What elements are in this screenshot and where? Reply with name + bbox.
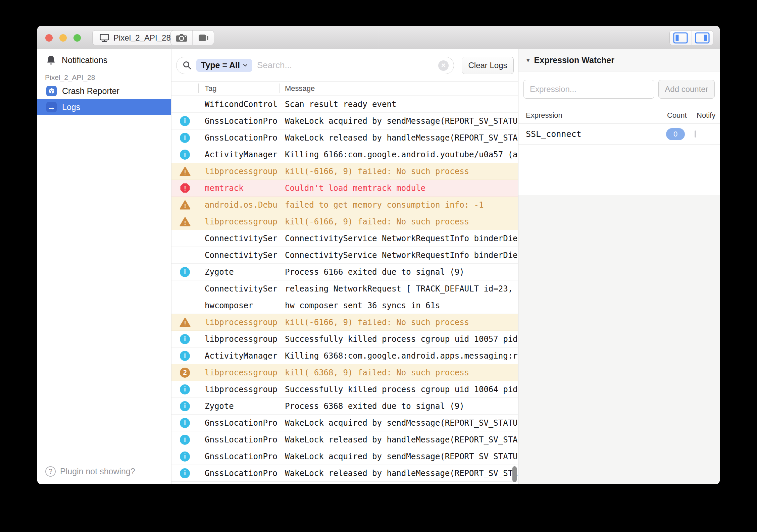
log-row[interactable]: i ! ! GnssLocationPro WakeLock acquired … [171, 113, 518, 129]
bell-icon [46, 55, 56, 65]
log-row[interactable]: i ! ! libprocessgroup Successfully kille… [171, 331, 518, 348]
log-row[interactable]: ! ! WificondControl Scan result ready ev… [171, 96, 518, 113]
info-icon: i [180, 451, 190, 462]
log-row[interactable]: i ! ! GnssLocationPro WakeLock acquired … [171, 415, 518, 431]
sidebar-item-notifications[interactable]: Notifications [37, 52, 171, 68]
screenshot-button[interactable] [171, 31, 192, 45]
sidebar-item-crash-reporter[interactable]: Crash Reporter [37, 83, 171, 99]
sidebar-item-logs[interactable]: → Logs [37, 99, 171, 115]
toggle-left-sidebar-button[interactable] [670, 31, 692, 45]
watcher-empty-area [518, 145, 720, 195]
log-row[interactable]: i ! ! GnssLocationPro WakeLock released … [171, 431, 518, 448]
sidebar-item-label: Crash Reporter [62, 86, 119, 96]
column-header-tag[interactable]: Tag [198, 84, 280, 93]
log-message: Process 6166 exited due to signal (9) [280, 267, 518, 277]
info-icon: i [180, 351, 190, 361]
warning-icon: ! [180, 200, 191, 210]
log-tag: memtrack [198, 183, 280, 193]
filter-chip-label: Type = All [201, 60, 240, 70]
search-input[interactable] [257, 60, 435, 70]
close-window-button[interactable] [45, 34, 53, 42]
capture-button-group [170, 30, 214, 45]
question-icon: ? [45, 466, 56, 477]
logs-toolbar: Type = All × Clear Logs [171, 49, 518, 82]
clear-logs-button[interactable]: Clear Logs [462, 57, 514, 74]
search-icon [183, 61, 192, 70]
log-row[interactable]: ! ! libprocessgroup kill(-6166, 9) faile… [171, 314, 518, 331]
log-row[interactable]: ! ! hwcomposer hw_composer sent 36 syncs… [171, 297, 518, 314]
log-message: Killing 6166:com.google.android.youtube/… [280, 150, 518, 159]
zoom-window-button[interactable] [73, 34, 81, 42]
log-message: Couldn't load memtrack module [280, 183, 518, 193]
filter-chip-type[interactable]: Type = All [196, 59, 252, 72]
log-table-body: ! ! WificondControl Scan result ready ev… [171, 96, 518, 484]
log-row[interactable]: i ! ! GnssLocationPro WakeLock released … [171, 129, 518, 146]
log-tag: ConnectivitySer [198, 284, 280, 294]
toggle-right-sidebar-button[interactable] [692, 31, 713, 45]
sidebar-item-label: Logs [62, 102, 80, 112]
log-tag: WificondControl [198, 100, 280, 109]
log-row[interactable]: ! ! ConnectivitySer ConnectivityService … [171, 230, 518, 247]
log-message: WakeLock acquired by sendMessage(REPORT_… [280, 116, 518, 126]
log-tag: GnssLocationPro [198, 418, 280, 428]
log-message: WakeLock released by handleMessage(REPOR… [280, 435, 518, 444]
log-message: WakeLock released by handleMessage(REPOR… [280, 469, 518, 478]
notify-checkbox[interactable] [695, 130, 696, 138]
log-row[interactable]: i ! ! Zygote Process 6368 exited due to … [171, 398, 518, 415]
log-row[interactable]: i ! ! Zygote Process 6166 exited due to … [171, 264, 518, 280]
log-tag: libprocessgroup [198, 217, 280, 226]
clear-search-icon[interactable]: × [438, 60, 449, 71]
log-tag: libprocessgroup [198, 167, 280, 176]
record-video-button[interactable] [192, 31, 214, 45]
log-message: ConnectivityService NetworkRequestInfo b… [280, 234, 518, 243]
repeat-count-badge: 2 [180, 368, 190, 378]
log-message: kill(-6166, 9) failed: No such process [280, 318, 518, 327]
log-tag: ActivityManager [198, 351, 280, 361]
log-row[interactable]: ! ! ConnectivitySer releasing NetworkReq… [171, 280, 518, 297]
log-message: Successfully killed process cgroup uid 1… [280, 385, 518, 394]
column-header-expression: Expression [518, 111, 662, 120]
expression-input[interactable] [523, 80, 654, 99]
log-table-header: Tag Message [171, 82, 518, 96]
vertical-scrollbar[interactable] [512, 466, 517, 482]
column-header-message[interactable]: Message [280, 84, 518, 93]
log-tag: libprocessgroup [198, 318, 280, 327]
device-selector-button[interactable]: Pixel_2_API_28 [92, 30, 178, 45]
minimize-window-button[interactable] [59, 34, 67, 42]
plugin-help-link[interactable]: ? Plugin not showing? [45, 466, 135, 477]
log-row[interactable]: ! ! memtrack Couldn't load memtrack modu… [171, 180, 518, 197]
expression-watcher-header[interactable]: ▾ Expression Watcher [518, 49, 720, 71]
expression-watcher-title: Expression Watcher [534, 55, 614, 65]
search-bar[interactable]: Type = All × [176, 57, 454, 74]
monitor-icon [99, 34, 109, 42]
info-icon: i [180, 384, 190, 394]
panel-background [518, 195, 720, 484]
log-row[interactable]: i ! ! GnssLocationPro WakeLock released … [171, 465, 518, 482]
log-message: Scan result ready event [280, 100, 518, 109]
log-tag: GnssLocationPro [198, 116, 280, 126]
right-panel-icon [695, 32, 710, 44]
log-tag: GnssLocationPro [198, 435, 280, 444]
count-badge: 0 [666, 128, 685, 140]
info-icon: i [180, 468, 190, 478]
log-row[interactable]: ! ! android.os.Debu failed to get memory… [171, 197, 518, 213]
log-row[interactable]: ! ! libprocessgroup kill(-6166, 9) faile… [171, 213, 518, 230]
log-row[interactable]: ! ! libprocessgroup kill(-6166, 9) faile… [171, 163, 518, 180]
chevron-down-icon [243, 64, 248, 67]
add-counter-button[interactable]: Add counter [658, 80, 715, 99]
watched-expression: SSL_connect [518, 129, 662, 139]
desktop-background: Pixel_2_API_28 [0, 0, 757, 532]
log-row[interactable]: i ! ! GnssLocationPro WakeLock acquired … [171, 448, 518, 465]
log-row[interactable]: ! ! ConnectivitySer ConnectivityService … [171, 247, 518, 264]
warning-icon: ! [180, 317, 191, 327]
info-icon: i [180, 401, 190, 411]
log-row[interactable]: ! ! 2 libprocessgroup kill(-6368, 9) fai… [171, 364, 518, 381]
info-icon: i [180, 267, 190, 277]
log-tag: ConnectivitySer [198, 234, 280, 243]
device-selector-label: Pixel_2_API_28 [113, 33, 171, 43]
left-panel-icon [673, 32, 688, 44]
logs-arrow-icon: → [46, 102, 57, 112]
log-row[interactable]: i ! ! ActivityManager Killing 6166:com.g… [171, 146, 518, 163]
log-row[interactable]: i ! ! ActivityManager Killing 6368:com.g… [171, 348, 518, 364]
log-row[interactable]: i ! ! libprocessgroup Successfully kille… [171, 381, 518, 398]
